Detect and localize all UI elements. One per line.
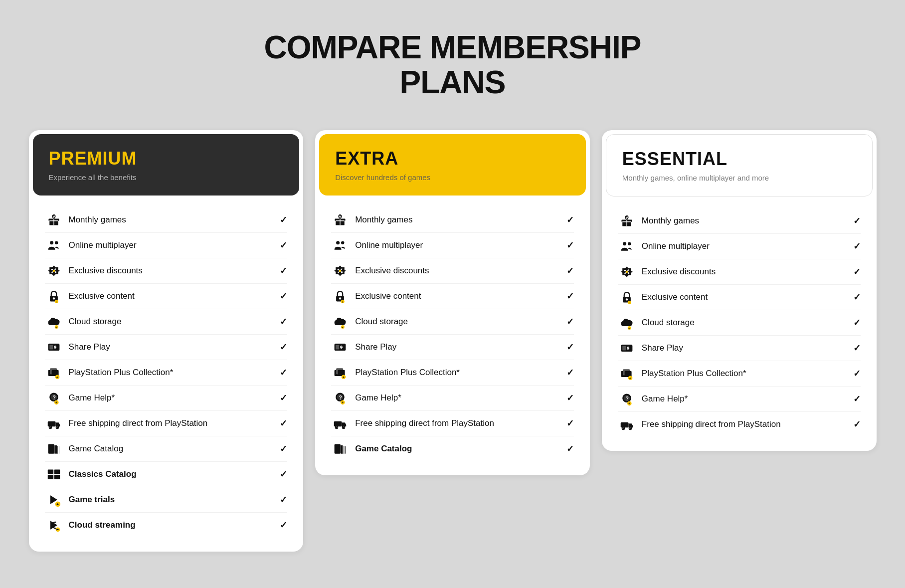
svg-point-7 (51, 268, 53, 270)
svg-point-12 (52, 297, 54, 299)
exclusive-icon: + (331, 289, 349, 303)
feature-row: + PlayStation Plus Collection*✓ (331, 360, 574, 386)
feature-row: Share Play✓ (45, 335, 288, 360)
feature-label: Share Play (355, 342, 562, 352)
feature-row: + Exclusive content✓ (45, 284, 288, 309)
feature-row: Free shipping direct from PlayStation✓ (331, 411, 574, 436)
discount-icon (331, 264, 349, 278)
gamehelp-icon: ? + (45, 391, 63, 405)
feature-row: Share Play✓ (618, 336, 861, 361)
feature-check: ✓ (280, 469, 287, 480)
svg-text:+: + (55, 325, 57, 329)
svg-text:+: + (628, 326, 630, 330)
feature-check: ✓ (566, 291, 574, 302)
svg-point-59 (339, 297, 341, 299)
shareplay-icon (618, 341, 636, 355)
feature-check: ✓ (280, 392, 287, 403)
feature-label: Game Help* (355, 393, 562, 403)
plan-header-extra: EXTRADiscover hundreds of games (319, 134, 586, 196)
feature-check: ✓ (853, 215, 861, 226)
plan-header-essential: ESSENTIALMonthly games, online multiplay… (606, 134, 873, 196)
cloud-icon: + (45, 315, 63, 329)
shareplay-icon (45, 340, 63, 354)
svg-text:+: + (56, 376, 58, 379)
feature-row: Free shipping direct from PlayStation✓ (45, 411, 288, 436)
collection-icon: + (331, 366, 349, 380)
feature-check: ✓ (280, 443, 287, 454)
svg-point-97 (626, 271, 628, 273)
shareplay-icon (331, 340, 349, 354)
feature-row: Monthly games✓ (45, 207, 288, 233)
feature-label: Classics Catalog (69, 469, 276, 479)
feature-check: ✓ (280, 494, 287, 505)
plan-card-essential: ESSENTIALMonthly games, online multiplay… (602, 130, 877, 451)
feature-row: Game Catalog✓ (45, 436, 288, 462)
feature-label: PlayStation Plus Collection* (355, 368, 562, 378)
svg-point-121 (630, 428, 631, 429)
feature-check: ✓ (280, 520, 287, 531)
svg-point-120 (623, 428, 624, 429)
gift-icon (331, 213, 349, 227)
feature-check: ✓ (853, 368, 861, 379)
feature-label: Exclusive content (69, 291, 276, 301)
svg-text:+: + (55, 300, 57, 303)
svg-text:+: + (342, 325, 344, 329)
feature-check: ✓ (280, 367, 287, 378)
feature-label: Share Play (642, 343, 849, 353)
svg-text:+: + (342, 300, 344, 303)
svg-text:+: + (629, 377, 631, 380)
plan-tagline-premium: Experience all the benefits (49, 173, 284, 182)
feature-check: ✓ (566, 240, 574, 251)
plan-tagline-essential: Monthly games, online multiplayer and mo… (622, 174, 856, 182)
plan-name-extra: EXTRA (335, 148, 570, 169)
svg-rect-105 (622, 346, 626, 350)
feature-check: ✓ (280, 265, 287, 276)
svg-rect-77 (334, 421, 342, 426)
feature-row: + Exclusive content✓ (618, 285, 861, 310)
feature-check: ✓ (280, 342, 287, 353)
svg-point-95 (628, 272, 630, 274)
feature-label: Game trials (69, 495, 276, 505)
svg-text:+: + (342, 401, 344, 404)
feature-check: ✓ (853, 343, 861, 354)
plan-header-premium: PREMIUMExperience all the benefits (33, 134, 300, 196)
feature-check: ✓ (566, 367, 574, 378)
feature-row: Share Play✓ (331, 335, 574, 360)
feature-check: ✓ (853, 266, 861, 277)
feature-row: + PlayStation Plus Collection*✓ (45, 360, 288, 386)
feature-label: Exclusive content (642, 292, 849, 302)
svg-rect-30 (47, 421, 55, 426)
svg-text:?: ? (625, 395, 628, 401)
plans-container: PREMIUMExperience all the benefits Month… (29, 130, 877, 552)
streaming-icon (45, 518, 63, 532)
plan-tagline-extra: Discover hundreds of games (335, 173, 570, 182)
svg-point-8 (54, 271, 56, 273)
feature-check: ✓ (566, 265, 574, 276)
plan-features-extra: Monthly games✓ Online multiplayer✓ Exclu… (315, 199, 590, 475)
feature-label: PlayStation Plus Collection* (642, 369, 849, 379)
feature-label: Monthly games (355, 215, 562, 225)
feature-row: Cloud streaming✓ (45, 513, 288, 538)
feature-row: Exclusive discounts✓ (618, 259, 861, 285)
feature-row: ? + Game Help*✓ (45, 386, 288, 411)
feature-label: Cloud storage (69, 317, 276, 327)
svg-point-53 (341, 241, 344, 244)
exclusive-icon: + (618, 290, 636, 304)
feature-row: Classics Catalog✓ (45, 462, 288, 487)
feature-check: ✓ (853, 393, 861, 404)
svg-point-93 (628, 242, 631, 245)
feature-row: Online multiplayer✓ (45, 233, 288, 258)
plan-name-premium: PREMIUM (49, 148, 284, 169)
feature-label: Exclusive content (355, 291, 562, 301)
feature-row: Monthly games✓ (331, 207, 574, 233)
feature-label: Free shipping direct from PlayStation (355, 418, 562, 428)
multiplayer-icon (45, 238, 63, 252)
svg-point-4 (50, 241, 53, 244)
feature-label: Share Play (69, 342, 276, 352)
feature-row: Online multiplayer✓ (618, 234, 861, 259)
feature-label: Free shipping direct from PlayStation (642, 419, 849, 429)
feature-check: ✓ (566, 214, 574, 225)
discount-icon (45, 264, 63, 278)
feature-label: Exclusive discounts (69, 266, 276, 276)
feature-label: Monthly games (642, 216, 849, 226)
